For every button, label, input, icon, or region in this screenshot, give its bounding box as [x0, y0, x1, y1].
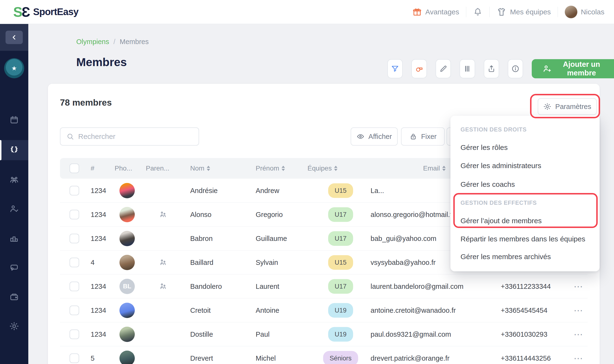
select-all-checkbox[interactable]: [70, 164, 79, 173]
row-checkbox[interactable]: [70, 353, 79, 363]
whistle-button[interactable]: [411, 59, 427, 78]
gift-icon: [412, 7, 422, 17]
search-input[interactable]: [78, 132, 193, 141]
brand-logo[interactable]: SƐ SportEasy: [13, 4, 78, 20]
menu-item[interactable]: Répartir les membres dans les équipes: [460, 234, 592, 244]
table-row[interactable]: 1234 Dostille Paul U19 paul.dos9321@gmai…: [60, 322, 588, 346]
avantages-link[interactable]: Avantages: [412, 7, 459, 17]
sort-icon: [207, 166, 210, 171]
row-number: 1234: [91, 330, 106, 338]
info-button[interactable]: [508, 59, 523, 78]
parent-icon: [159, 258, 167, 267]
add-member-label: Ajouter un membre: [556, 60, 607, 77]
email: La...: [371, 187, 384, 195]
podium-icon: [9, 234, 19, 243]
divider: [489, 7, 489, 17]
menu-item[interactable]: Gérer les membres archivés: [460, 252, 592, 261]
first-name: Antoine: [256, 306, 279, 314]
email: vsysybaba@yahoo.fr: [371, 258, 435, 266]
funnel-icon: [391, 65, 399, 73]
afficher-label: Afficher: [368, 133, 392, 141]
avatar: [119, 207, 135, 222]
header-equipes-sort[interactable]: Équipes: [307, 165, 337, 172]
header-nom-sort[interactable]: Nom: [190, 165, 210, 172]
edit-button[interactable]: [435, 59, 451, 78]
sidebar-item-coaching[interactable]: [0, 199, 28, 219]
fixer-button[interactable]: Fixer: [401, 127, 445, 146]
first-name: Guillaume: [256, 234, 287, 242]
collapse-sidebar-button[interactable]: [5, 31, 23, 44]
mes-equipes-label: Mes équipes: [510, 8, 551, 16]
sidebar-item-statistics[interactable]: [0, 228, 28, 248]
avatar: [119, 231, 135, 246]
sidebar-item-calendar[interactable]: [0, 110, 28, 130]
sort-icon: [442, 166, 446, 171]
user-menu[interactable]: Nicolas: [565, 5, 604, 18]
header-prenom-sort[interactable]: Prénom: [256, 165, 285, 172]
first-name: Andrew: [256, 187, 279, 195]
columns-button[interactable]: [460, 59, 475, 78]
row-checkbox[interactable]: [70, 234, 79, 243]
email: paul.dos9321@gmail.com: [371, 330, 451, 338]
row-number: 1234: [91, 187, 106, 195]
upload-icon: [487, 65, 496, 73]
notifications-button[interactable]: [473, 7, 483, 17]
team-badge: Séniors: [323, 351, 358, 364]
export-button[interactable]: [484, 59, 499, 78]
menu-item[interactable]: Gérer l’ajout de membres: [460, 216, 592, 226]
row-actions-button[interactable]: ⋯: [574, 281, 583, 292]
parametres-button[interactable]: Paramètres: [538, 98, 597, 115]
club-logo[interactable]: ★: [4, 58, 24, 78]
menu-section-header: GESTION DES DROITS: [460, 125, 592, 134]
menu-item[interactable]: Gérer les rôles: [460, 143, 592, 152]
last-name: Baillard: [190, 258, 213, 266]
calendar-icon: [10, 115, 19, 124]
sidebar-item-teams[interactable]: [0, 169, 28, 190]
row-actions-button[interactable]: ⋯: [574, 329, 583, 339]
table-row[interactable]: 5 Drevert Michel Séniors drevert.patrick…: [60, 346, 588, 364]
email: laurent.bandeloro@gmail.com: [371, 282, 463, 290]
row-checkbox[interactable]: [70, 306, 79, 315]
header-parent: Paren...: [146, 165, 169, 172]
table-row[interactable]: 1234 Cretoit Antoine U19 antoine.cretoit…: [60, 298, 588, 322]
row-checkbox[interactable]: [70, 186, 79, 195]
top-header: SƐ SportEasy Avantages Mes équipes Nicol…: [0, 0, 614, 24]
row-actions-button[interactable]: ⋯: [574, 305, 583, 316]
sidebar-item-finance[interactable]: [0, 287, 28, 307]
team-badge: U17: [328, 231, 353, 246]
filter-button[interactable]: [387, 59, 403, 78]
sidebar-item-members[interactable]: [0, 140, 28, 160]
afficher-button[interactable]: Afficher: [351, 127, 398, 146]
row-checkbox[interactable]: [70, 282, 79, 291]
laurel-icon: [9, 145, 19, 155]
row-checkbox[interactable]: [70, 210, 79, 219]
user-check-icon: [9, 204, 19, 214]
sidebar-item-settings[interactable]: [0, 316, 28, 336]
sidebar-top: [0, 24, 28, 51]
last-name: Babron: [190, 234, 213, 242]
page-toolbar: Ajouter un membre: [387, 59, 614, 78]
jersey-icon: [496, 7, 507, 17]
add-member-button[interactable]: Ajouter un membre: [532, 59, 614, 78]
parent-icon: [159, 210, 167, 219]
team-badge: U19: [328, 303, 353, 318]
menu-item[interactable]: Gérer les administrateurs: [460, 161, 592, 170]
mes-equipes-link[interactable]: Mes équipes: [496, 7, 551, 17]
user-add-icon: [542, 64, 551, 73]
row-number: 1234: [91, 234, 106, 242]
sidebar-item-messages[interactable]: [0, 258, 28, 278]
gear-icon: [543, 103, 551, 111]
table-row[interactable]: 1234 BL Bandolero Laurent U17 laurent.ba…: [60, 274, 588, 298]
menu-item[interactable]: Gérer les coachs: [460, 180, 592, 189]
breadcrumb-club-link[interactable]: Olympiens: [76, 38, 109, 46]
row-checkbox[interactable]: [70, 258, 79, 267]
search-box: [60, 127, 199, 146]
header-email-sort[interactable]: Email: [371, 165, 446, 172]
parent-icon: [159, 282, 167, 290]
row-actions-button[interactable]: ⋯: [574, 353, 583, 364]
last-name: Andrésie: [190, 187, 218, 195]
parametres-dropdown-menu: GESTION DES DROITSGérer les rôlesGérer l…: [450, 116, 600, 271]
row-checkbox[interactable]: [70, 329, 79, 339]
fixer-label: Fixer: [421, 133, 436, 141]
members-count: 78 membres: [60, 98, 112, 108]
